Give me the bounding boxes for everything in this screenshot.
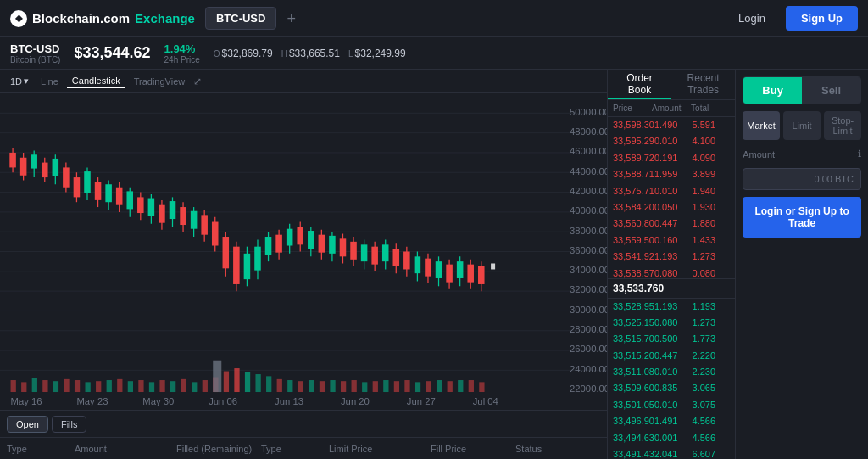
- ob-bids-scroll[interactable]: 33,528.951.1931.193 33,525.150.0801.273 …: [608, 299, 735, 460]
- ob-ask-row[interactable]: 33,589.720.1914.090: [608, 150, 735, 166]
- chart-type-trading[interactable]: TradingView: [129, 75, 191, 88]
- svg-rect-56: [105, 184, 112, 202]
- svg-rect-152: [266, 376, 271, 392]
- tab-recent-trades[interactable]: Recent Trades: [671, 70, 735, 99]
- ob-bid-row[interactable]: 33,501.050.0103.075: [608, 397, 735, 413]
- svg-text:44000.00: 44000.00: [570, 166, 607, 176]
- svg-rect-50: [74, 177, 81, 197]
- svg-rect-60: [126, 191, 133, 209]
- svg-rect-100: [340, 238, 347, 256]
- expand-chart-button[interactable]: ⤢: [193, 76, 202, 87]
- login-trade-button[interactable]: Login or Sign Up to Trade: [743, 197, 861, 238]
- tab-order-book[interactable]: Order Book: [608, 70, 671, 99]
- ob-col-amount: Amount: [652, 104, 691, 113]
- ob-ask-row[interactable]: 33,595.290.0104.100: [608, 133, 735, 149]
- svg-text:26000.00: 26000.00: [570, 344, 607, 355]
- main-layout: 1D ▾ Line Candlestick TradingView ⤢: [0, 70, 868, 459]
- svg-rect-133: [64, 379, 69, 392]
- svg-rect-126: [478, 266, 485, 284]
- order-book-panel: Order Book Recent Trades Price Amount To…: [608, 70, 736, 459]
- svg-rect-149: [234, 368, 239, 392]
- svg-rect-62: [137, 197, 144, 213]
- tab-open[interactable]: Open: [7, 416, 48, 433]
- ob-ask-row[interactable]: 33,560.800.4471.880: [608, 216, 735, 232]
- market-tab[interactable]: Market: [743, 111, 780, 140]
- login-button[interactable]: Login: [728, 7, 776, 30]
- ticker-24h-label: 24h Price: [164, 55, 200, 64]
- svg-text:Jun 20: Jun 20: [341, 397, 370, 407]
- stop-limit-tab[interactable]: Stop-Limit: [824, 111, 861, 140]
- amount-label: Amount: [743, 149, 775, 160]
- ob-ask-row[interactable]: 33,541.921.1931.273: [608, 249, 735, 265]
- ob-ask-row[interactable]: 33,559.500.1601.433: [608, 232, 735, 249]
- ob-ask-row[interactable]: 33,598.301.4905.591: [608, 117, 735, 133]
- svg-rect-80: [233, 247, 240, 284]
- candlestick-chart: 50000.00 48000.00 46000.00 44000.00 4200…: [0, 93, 607, 410]
- signup-button[interactable]: Sign Up: [786, 6, 858, 31]
- amount-hint-icon: ℹ: [858, 148, 861, 160]
- svg-rect-157: [320, 381, 325, 392]
- left-panel: 1D ▾ Line Candlestick TradingView ⤢: [0, 70, 608, 459]
- pair-selector-button[interactable]: BTC-USD: [205, 7, 277, 30]
- svg-rect-136: [96, 381, 101, 392]
- ob-bid-row[interactable]: 33,491.432.0416.607: [608, 446, 735, 459]
- ob-ask-row[interactable]: 33,588.711.9593.899: [608, 166, 735, 182]
- svg-rect-173: [213, 361, 221, 392]
- ticker-change-info: 1.94% 24h Price: [164, 42, 200, 64]
- svg-rect-154: [287, 380, 292, 392]
- svg-rect-46: [53, 159, 59, 176]
- trading-panel: Buy Sell Market Limit Stop-Limit Amount …: [736, 70, 868, 459]
- ob-bid-row[interactable]: 33,515.200.4472.220: [608, 348, 735, 364]
- ob-bid-row[interactable]: 33,515.700.5001.773: [608, 331, 735, 347]
- svg-text:30000.00: 30000.00: [570, 305, 607, 315]
- ticker-ohlc: O$32,869.79 H$33,665.51 L$32,249.99: [214, 48, 406, 59]
- ob-ask-row[interactable]: 33,538.570.0800.080: [608, 266, 735, 278]
- add-pair-button[interactable]: +: [287, 11, 296, 26]
- svg-text:May 30: May 30: [142, 397, 174, 407]
- svg-rect-146: [203, 380, 208, 392]
- tab-fills[interactable]: Fills: [52, 416, 87, 433]
- svg-rect-104: [361, 244, 368, 261]
- svg-rect-42: [31, 154, 37, 168]
- ob-asks-scroll[interactable]: 33,598.301.4905.591 33,595.290.0104.100 …: [608, 117, 735, 278]
- low-label: L: [348, 49, 353, 59]
- svg-rect-82: [244, 254, 251, 279]
- svg-rect-156: [309, 380, 314, 392]
- chart-type-line[interactable]: Line: [36, 75, 64, 88]
- svg-rect-98: [329, 236, 336, 254]
- header: ◆ Blockchain.com Exchange BTC-USD + Logi…: [0, 0, 868, 37]
- chart-type-candle[interactable]: Candlestick: [67, 74, 125, 88]
- ticker-change: 1.94%: [164, 42, 200, 55]
- amount-input[interactable]: [743, 168, 861, 190]
- svg-rect-144: [181, 379, 186, 392]
- ob-bid-row[interactable]: 33,525.150.0801.273: [608, 315, 735, 331]
- ob-bid-row[interactable]: 33,511.080.0102.230: [608, 364, 735, 380]
- svg-rect-58: [116, 188, 123, 205]
- chart-controls: 1D ▾ Line Candlestick TradingView ⤢: [0, 70, 607, 93]
- svg-text:40000.00: 40000.00: [570, 206, 607, 216]
- col-filled: Filled (Remaining): [176, 444, 261, 454]
- timeframe-selector[interactable]: 1D ▾: [7, 74, 32, 88]
- svg-rect-88: [275, 235, 282, 253]
- svg-text:Jun 27: Jun 27: [407, 397, 436, 407]
- ob-ask-row[interactable]: 33,584.200.0501.930: [608, 199, 735, 216]
- sell-tab[interactable]: Sell: [802, 77, 860, 104]
- ob-ask-row[interactable]: 33,575.710.0101.940: [608, 183, 735, 199]
- ticker-bar: BTC-USD Bitcoin (BTC) $33,544.62 1.94% 2…: [0, 37, 868, 70]
- svg-text:50000.00: 50000.00: [570, 107, 607, 117]
- svg-text:34000.00: 34000.00: [570, 266, 607, 276]
- svg-rect-90: [287, 229, 293, 246]
- ob-bid-row[interactable]: 33,528.951.1931.193: [608, 299, 735, 315]
- ob-bid-row[interactable]: 33,509.600.8353.065: [608, 380, 735, 396]
- svg-rect-122: [457, 261, 464, 278]
- limit-tab[interactable]: Limit: [783, 111, 821, 140]
- buy-tab[interactable]: Buy: [743, 77, 802, 104]
- ob-bid-row[interactable]: 33,496.901.4914.566: [608, 413, 735, 429]
- col-amount: Amount: [75, 444, 176, 454]
- svg-text:Jun 13: Jun 13: [275, 397, 303, 407]
- svg-text:32000.00: 32000.00: [570, 285, 607, 295]
- svg-rect-110: [393, 249, 400, 266]
- svg-text:46000.00: 46000.00: [570, 147, 607, 157]
- svg-rect-165: [404, 380, 409, 392]
- ob-bid-row[interactable]: 33,494.630.0014.566: [608, 430, 735, 446]
